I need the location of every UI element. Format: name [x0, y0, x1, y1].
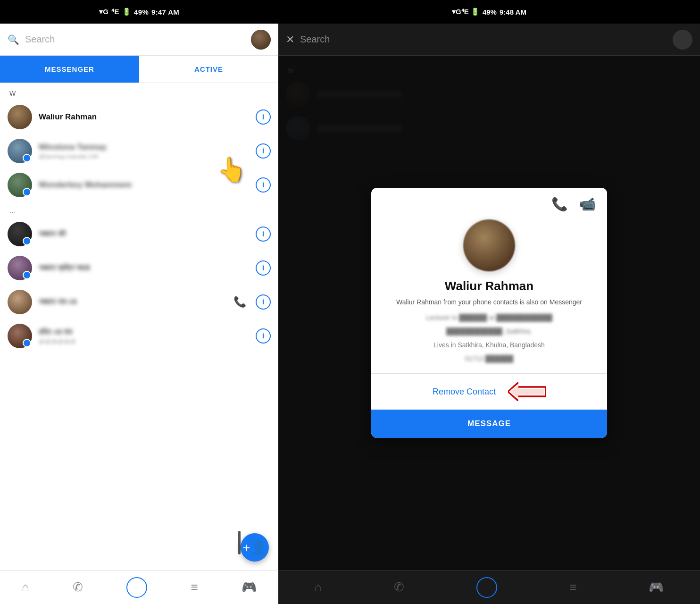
left-panel: ▾G ⁴E 🔋 49% 9:47 AM 🔍 Search MESSENGER A…	[0, 0, 278, 604]
contact-name-1: অজানা যদি	[39, 229, 249, 239]
nav-game[interactable]: 🎮	[242, 580, 257, 595]
contact-avatar-winstona	[8, 139, 32, 163]
right-time: 9:48 AM	[500, 8, 526, 16]
right-battery: 49%	[483, 8, 497, 16]
modal-video-icon[interactable]: 📹	[579, 196, 596, 212]
search-placeholder: Search	[25, 34, 245, 45]
contact-item-waliur[interactable]: Waliur Rahman i	[0, 100, 278, 134]
contact-avatar-3	[8, 290, 32, 314]
contact-name-2: অজানা ব্যক্তি আরো	[39, 263, 249, 273]
contact-item-1[interactable]: অজানা যদি i	[0, 217, 278, 251]
time-left: 9:47 AM	[151, 8, 179, 16]
right-status-bar: ▾G⁴E 🔋 49% 9:48 AM	[278, 0, 700, 24]
nav-home[interactable]: ⌂	[22, 580, 29, 595]
contact-modal: 📞 📹 Waliur Rahman Waliur Rahman from you…	[371, 188, 607, 438]
message-button[interactable]: MESSAGE	[371, 410, 607, 438]
left-status-bar: ▾G ⁴E 🔋 49% 9:47 AM	[0, 0, 278, 24]
contact-name-3: অজানা নাম এর	[39, 297, 227, 307]
contact-avatar-2	[8, 256, 32, 280]
right-nav-home[interactable]: ⌂	[315, 580, 322, 595]
right-nav-list[interactable]: ≡	[569, 580, 576, 595]
info-icon-3[interactable]: i	[256, 294, 271, 310]
modal-overlay: 📞 📹 Waliur Rahman Waliur Rahman from you…	[278, 56, 700, 570]
modal-call-icon[interactable]: 📞	[551, 196, 568, 212]
modal-info-line-2: ████████████ ,Satkhira.	[371, 325, 607, 338]
nav-circle-center[interactable]	[126, 577, 147, 598]
signal-icon: ▾G	[99, 8, 108, 16]
section-label-w: W	[0, 83, 278, 100]
modal-top-actions: 📞 📹	[371, 188, 607, 216]
modal-info-line-3: Lives in Satkhira, Khulna, Bangladesh	[371, 338, 607, 352]
network-icon: ⁴E	[111, 8, 119, 16]
right-search-placeholder: Search	[300, 34, 667, 45]
contact-item-4[interactable]: রহিম এর নাম @@@@@@ i	[0, 319, 278, 353]
left-search-bar[interactable]: 🔍 Search	[0, 24, 278, 56]
contact-avatar-1	[8, 222, 32, 246]
right-search-bar[interactable]: ✕ Search	[278, 24, 700, 56]
right-bg-content: W 📞 📹	[278, 56, 700, 570]
game-icon: 🎮	[242, 580, 257, 595]
remove-contact-btn[interactable]: Remove Contact	[433, 387, 496, 397]
contact-name-wonderboy: Wonderboy Mohammem	[39, 180, 249, 190]
right-nav-game[interactable]: 🎮	[649, 580, 664, 595]
close-icon[interactable]: ✕	[286, 34, 294, 46]
battery-icon: 🔋	[122, 8, 131, 16]
right-panel: ▾G⁴E 🔋 49% 9:48 AM ✕ Search W	[278, 0, 700, 604]
user-avatar[interactable]	[251, 30, 271, 50]
list-icon: ≡	[191, 580, 198, 595]
right-user-avatar[interactable]	[673, 30, 692, 50]
contact-avatar-4	[8, 324, 32, 348]
arrow-icon	[508, 382, 546, 401]
contact-item-wonderboy[interactable]: Wonderboy Mohammem i	[0, 168, 278, 202]
contact-item-2[interactable]: অজানা ব্যক্তি আরো i	[0, 251, 278, 285]
contact-info-4: রহিম এর নাম @@@@@@	[39, 327, 249, 345]
right-signal-icon: ▾G⁴E 🔋	[452, 8, 480, 16]
contact-list: W Waliur Rahman i 👆 Winstona Tanmay @tan…	[0, 83, 278, 570]
phone-nav-icon: ✆	[73, 580, 83, 595]
battery-percent: 49%	[134, 8, 149, 16]
modal-avatar-container	[371, 219, 607, 271]
contact-info-waliur: Waliur Rahman	[39, 112, 249, 122]
modal-subtitle: Waliur Rahman from your phone contacts i…	[371, 294, 607, 311]
info-icon-winstona[interactable]: i	[256, 143, 271, 159]
contact-info-3: অজানা নাম এর	[39, 297, 227, 307]
tab-active[interactable]: ACTIVE	[139, 56, 278, 83]
contact-info-1: অজানা যদি	[39, 229, 249, 239]
red-arrow-svg	[508, 382, 546, 401]
add-friend-fab[interactable]: +👤	[241, 533, 269, 562]
right-nav-phone[interactable]: ✆	[394, 580, 404, 595]
modal-contact-name: Waliur Rahman	[371, 279, 607, 294]
modal-remove-section: Remove Contact	[371, 374, 607, 410]
phone-icon-3: 📞	[233, 296, 246, 308]
left-bottom-nav: ⌂ ✆ ≡ 🎮	[0, 570, 278, 604]
contact-info-2: অজানা ব্যক্তি আরো	[39, 263, 249, 273]
contact-sub-winstona: @tanmay.mandal.140	[39, 153, 249, 160]
right-bottom-nav: ⌂ ✆ ≡ 🎮	[278, 570, 700, 604]
contact-avatar-wonderboy	[8, 173, 32, 197]
right-nav-circle[interactable]	[476, 577, 497, 598]
tab-messenger[interactable]: MESSENGER	[0, 56, 139, 83]
add-friend-icon: +👤	[242, 540, 267, 555]
contact-name-waliur: Waliur Rahman	[39, 112, 249, 122]
contact-name-4: রহিম এর নাম	[39, 327, 249, 337]
contact-avatar-waliur	[8, 105, 32, 129]
info-icon-waliur[interactable]: i	[256, 109, 271, 125]
contact-info-winstona: Winstona Tanmay @tanmay.mandal.140	[39, 143, 249, 160]
modal-info-line-1: Lecturer in ██████ at ████████████	[371, 311, 607, 325]
tab-bar: MESSENGER ACTIVE	[0, 56, 278, 83]
section-dots: ...	[0, 202, 278, 217]
contact-info-wonderboy: Wonderboy Mohammem	[39, 180, 249, 190]
contact-item-winstona[interactable]: Winstona Tanmay @tanmay.mandal.140 i	[0, 134, 278, 168]
info-icon-2[interactable]: i	[256, 260, 271, 276]
contact-item-3[interactable]: অজানা নাম এর 📞 i	[0, 285, 278, 319]
nav-phone[interactable]: ✆	[73, 580, 83, 595]
contact-sub-4: @@@@@@	[39, 338, 249, 345]
info-icon-4[interactable]: i	[256, 328, 271, 344]
modal-phone: 01713 ██████	[371, 352, 607, 366]
nav-list[interactable]: ≡	[191, 580, 198, 595]
fab-bar	[238, 531, 241, 554]
contact-name-winstona: Winstona Tanmay	[39, 143, 249, 152]
info-icon-1[interactable]: i	[256, 226, 271, 242]
search-icon: 🔍	[8, 34, 19, 45]
info-icon-wonderboy[interactable]: i	[256, 177, 271, 193]
